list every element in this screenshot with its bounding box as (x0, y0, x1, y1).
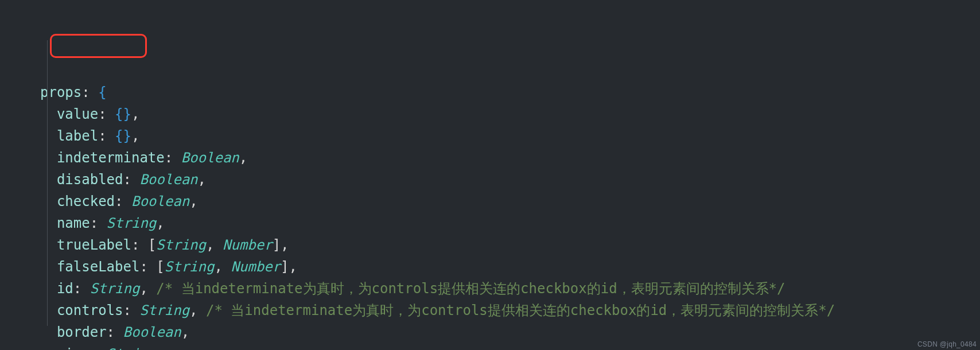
code-token: label (57, 128, 98, 144)
code-token: String (90, 281, 140, 297)
code-token: , (206, 237, 223, 253)
code-token: : (90, 346, 107, 350)
code-token: , (281, 237, 289, 253)
code-token: String (165, 259, 215, 275)
code-token: : (90, 215, 107, 231)
code-line: label: {}, (40, 125, 980, 147)
code-token: falseLabel (57, 259, 140, 275)
watermark: CSDN @jqh_0484 (917, 341, 977, 348)
code-token: : (123, 172, 140, 188)
code-line: name: String, (40, 212, 980, 234)
code-line: indeterminate: Boolean, (40, 147, 980, 169)
code-token: , (198, 172, 206, 188)
code-line: props: { (40, 81, 980, 103)
code-token: , (214, 259, 231, 275)
code-line: value: {}, (40, 103, 980, 125)
code-token: : (73, 281, 90, 297)
code-token: props (40, 84, 81, 100)
code-line: size: String (40, 343, 980, 350)
code-editor: props: { value: {}, label: {}, indetermi… (0, 0, 980, 350)
code-token: Boolean (123, 324, 181, 340)
code-token: ] (273, 237, 281, 253)
code-token: Number (223, 237, 273, 253)
code-token: : (81, 84, 98, 100)
code-token: size (57, 346, 90, 350)
code-line: falseLabel: [String, Number], (40, 256, 980, 278)
code-token: , (239, 150, 247, 166)
code-block: props: { value: {}, label: {}, indetermi… (40, 81, 980, 350)
code-token: {} (115, 128, 131, 144)
code-token: {} (115, 106, 131, 122)
code-token: [ (156, 259, 164, 275)
code-token: border (57, 324, 107, 340)
code-token: , (289, 259, 297, 275)
code-token: String (139, 302, 189, 318)
highlight-box (50, 34, 147, 58)
code-token: , (131, 128, 139, 144)
code-token: Boolean (131, 193, 189, 209)
code-token: /* 当indeterminate为真时，为controls提供相关连的chec… (156, 281, 785, 297)
code-line: trueLabel: [String, Number], (40, 234, 980, 256)
code-token: : (107, 324, 123, 340)
code-token: , (131, 106, 139, 122)
code-token: value (57, 106, 98, 122)
code-token: : (139, 259, 156, 275)
code-token: : (98, 128, 115, 144)
code-token: : (98, 106, 115, 122)
code-token: { (98, 84, 106, 100)
code-token: [ (148, 237, 156, 253)
code-token: : (115, 193, 131, 209)
code-token: trueLabel (57, 237, 131, 253)
code-token: : (165, 150, 181, 166)
code-token: Boolean (181, 150, 239, 166)
code-token: , (181, 324, 189, 340)
code-token: name (57, 215, 90, 231)
code-token: ] (281, 259, 289, 275)
code-token: Number (231, 259, 281, 275)
code-token: /* 当indeterminate为真时，为controls提供相关连的chec… (206, 302, 835, 318)
code-token: checked (57, 193, 115, 209)
code-token: controls (57, 302, 123, 318)
indent-guide (47, 40, 48, 326)
code-line: disabled: Boolean, (40, 169, 980, 190)
code-token: Boolean (139, 172, 197, 188)
code-token: , (139, 281, 156, 297)
code-line: controls: String, /* 当indeterminate为真时，为… (40, 300, 980, 321)
code-token: , (189, 302, 206, 318)
code-token: String (156, 237, 206, 253)
code-token: String (107, 215, 157, 231)
code-token: id (57, 281, 73, 297)
code-token: : (123, 302, 140, 318)
code-token: disabled (57, 172, 123, 188)
code-line: id: String, /* 当indeterminate为真时，为contro… (40, 278, 980, 300)
code-line: border: Boolean, (40, 321, 980, 343)
code-line: checked: Boolean, (40, 190, 980, 212)
code-token: , (156, 215, 164, 231)
code-token: , (189, 193, 197, 209)
code-token: : (131, 237, 148, 253)
code-token: indeterminate (57, 150, 165, 166)
code-token: String (107, 346, 157, 350)
